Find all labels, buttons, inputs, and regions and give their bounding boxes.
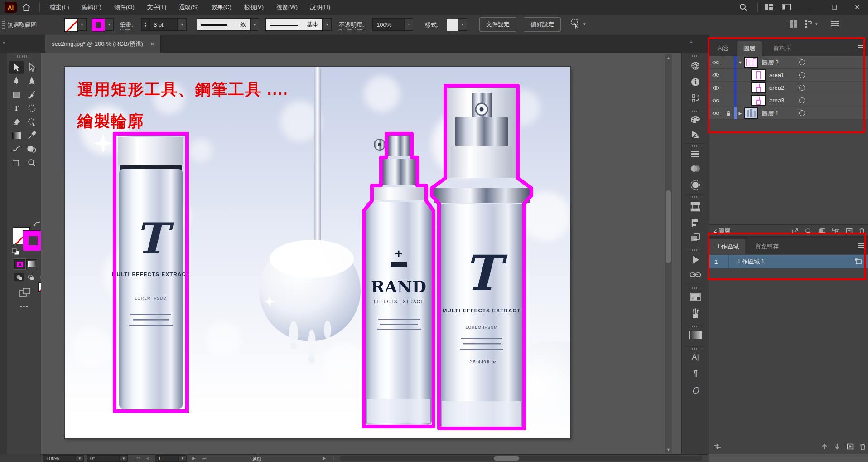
new-layer-icon[interactable] — [846, 228, 853, 234]
layer-name[interactable]: area1 — [769, 72, 784, 78]
artboards-panel-menu-icon[interactable] — [858, 243, 865, 248]
artboard[interactable]: T MULTI EFFECTS EXTRACT LOREM IPSUM + — [65, 67, 570, 438]
lock-column[interactable] — [723, 82, 734, 94]
transparency-panel-icon[interactable] — [690, 164, 701, 173]
brushes-panel-icon[interactable] — [690, 308, 700, 319]
workspace-switcher-icon[interactable] — [782, 4, 791, 10]
isolate-selection-icon[interactable] — [570, 19, 581, 29]
opacity-expand-icon[interactable]: › — [404, 18, 413, 31]
curvature-tool[interactable] — [24, 74, 39, 88]
layer-name[interactable]: 圖層 1 — [762, 109, 779, 117]
menu-file[interactable]: 檔案(F) — [43, 0, 76, 15]
layer-name[interactable]: 圖層 2 — [762, 58, 779, 67]
align-glyphs-icon[interactable] — [789, 20, 797, 28]
preferences-button[interactable]: 偏好設定 — [524, 17, 561, 32]
move-down-icon[interactable] — [834, 443, 840, 450]
visibility-eye-icon[interactable] — [709, 94, 723, 107]
delete-artboard-icon[interactable] — [860, 443, 866, 450]
learn-panel-icon[interactable] — [690, 61, 700, 71]
target-circle-icon[interactable] — [799, 110, 805, 116]
target-circle-icon[interactable] — [799, 72, 805, 78]
panel-dock-icon[interactable] — [805, 19, 814, 29]
layer-thumbnail[interactable] — [751, 95, 766, 106]
stroke-weight-value[interactable]: 3 pt — [149, 18, 178, 31]
type-tool[interactable]: T — [9, 102, 24, 115]
character-panel-icon[interactable]: A| — [692, 353, 699, 362]
color-mode-swatch[interactable] — [14, 259, 25, 269]
chevron-down-icon[interactable]: ▼ — [737, 60, 744, 65]
scroll-up-icon[interactable]: ▲ — [665, 56, 672, 60]
variables-panel-icon[interactable] — [690, 93, 700, 103]
prev-artboard-icon[interactable]: ◀ — [146, 456, 149, 461]
color-panel-icon[interactable] — [690, 115, 701, 124]
color-guide-panel-icon[interactable] — [690, 130, 700, 140]
layer-thumbnail[interactable] — [744, 57, 758, 68]
gradient-tool[interactable] — [9, 129, 24, 142]
artboard-nav-dropdown-icon[interactable]: ▼ — [178, 455, 187, 462]
opacity-value[interactable]: 100% — [372, 18, 404, 31]
links-panel-icon[interactable] — [690, 271, 701, 278]
shape-builder-tool[interactable] — [24, 142, 39, 156]
stroke-weight-dropdown-icon[interactable]: ▾ — [178, 18, 187, 31]
artboard-tool[interactable] — [9, 156, 24, 169]
document-tab[interactable]: sec2img.jpg* @ 100 % (RGB/預視) × — [45, 35, 161, 53]
brush-definition-select[interactable]: 基本 — [265, 18, 323, 31]
lock-icon[interactable] — [723, 107, 734, 119]
artboard-name[interactable]: 工作區域 1 — [736, 258, 765, 266]
control-menu-icon[interactable] — [831, 20, 839, 27]
new-sublayer-icon[interactable] — [832, 228, 839, 234]
paragraph-panel-icon[interactable]: ¶ — [693, 369, 698, 379]
lock-column[interactable] — [723, 56, 734, 68]
swap-fill-stroke-icon[interactable] — [34, 220, 41, 227]
bottle-left[interactable]: T MULTI EFFECTS EXTRACT LOREM IPSUM — [112, 134, 190, 411]
toolbar-grip-icon[interactable] — [17, 55, 31, 58]
target-circle-icon[interactable] — [799, 97, 805, 103]
width-tool[interactable] — [9, 142, 24, 156]
arrange-documents-icon[interactable] — [765, 4, 773, 10]
align-panel-icon[interactable] — [690, 218, 700, 228]
paintbrush-tool[interactable] — [24, 88, 39, 101]
artboard-row[interactable]: 1 工作區域 1 — [709, 255, 868, 268]
layer-row-area1[interactable]: area1 — [709, 69, 868, 82]
canvas-pasteboard[interactable]: T MULTI EFFECTS EXTRACT LOREM IPSUM + — [41, 53, 681, 454]
make-mask-icon[interactable] — [818, 228, 825, 234]
layer-name[interactable]: area2 — [769, 84, 784, 91]
layer-thumbnail[interactable] — [751, 69, 766, 81]
layer-row-area2[interactable]: area2 — [709, 82, 868, 94]
artboard-page-icon[interactable] — [855, 258, 862, 265]
move-up-icon[interactable] — [821, 443, 828, 450]
tab-asset-export[interactable]: 資產轉存 — [749, 239, 785, 254]
tab-libraries[interactable]: 資料庫 — [767, 41, 797, 56]
dock-dropdown-icon[interactable]: ▾ — [815, 22, 818, 26]
transform-panel-icon[interactable] — [690, 201, 701, 212]
eraser-tool[interactable] — [9, 115, 24, 128]
fill-color-swatch[interactable] — [64, 18, 78, 32]
default-fill-stroke-icon[interactable] — [12, 248, 20, 256]
rearrange-artboards-icon[interactable] — [714, 443, 721, 450]
home-icon[interactable] — [17, 0, 36, 15]
strip-grip-icon[interactable] — [690, 55, 701, 57]
last-artboard-icon[interactable]: ⏭ — [202, 456, 206, 461]
layer-thumbnail[interactable] — [744, 107, 758, 119]
style-dropdown-icon[interactable]: ▾ — [458, 18, 467, 31]
layer-row-layer1[interactable]: ▶ 圖層 1 — [709, 107, 868, 120]
next-artboard-icon[interactable]: ▶ — [192, 456, 196, 461]
selection-tool[interactable] — [9, 61, 24, 74]
visibility-eye-icon[interactable] — [709, 107, 723, 119]
visibility-eye-icon[interactable] — [709, 56, 723, 68]
draw-normal-mode[interactable] — [14, 273, 24, 281]
menu-effect[interactable]: 效果(C) — [205, 0, 238, 15]
rotation-value[interactable]: 0° — [87, 455, 120, 462]
first-artboard-icon[interactable]: ⏮ — [136, 456, 140, 461]
stroke-weight-stepper[interactable]: ▲▼ — [141, 18, 149, 31]
actions-panel-icon[interactable] — [691, 255, 700, 265]
pathfinder-panel-icon[interactable] — [690, 233, 700, 242]
rectangle-tool[interactable] — [9, 88, 24, 101]
menu-object[interactable]: 物件(O) — [108, 0, 141, 15]
eyedropper-tool[interactable] — [24, 129, 39, 142]
delete-layer-icon[interactable] — [859, 228, 865, 234]
target-circle-icon[interactable] — [799, 59, 805, 65]
info-panel-icon[interactable] — [690, 77, 700, 87]
stroke-color-swatch[interactable] — [92, 18, 105, 32]
zoom-tool[interactable] — [24, 156, 39, 169]
